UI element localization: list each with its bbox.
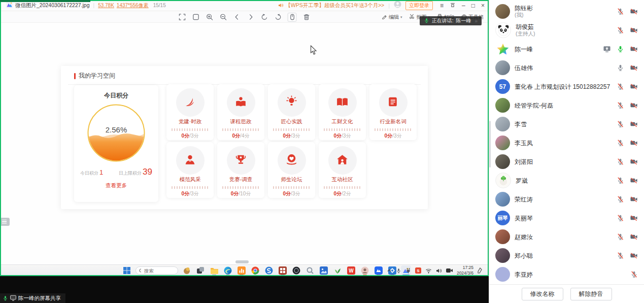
tile-person[interactable]: 模范风采 0分/3分 bbox=[166, 142, 214, 198]
taskbar-clock[interactable]: 17:25 2024/3/6 bbox=[457, 265, 473, 276]
participant-row[interactable]: 刘湛阳 bbox=[489, 152, 644, 171]
mic-muted-icon[interactable] bbox=[617, 139, 624, 147]
participant-row[interactable]: 57 董化春 上市规划设计 15012882257 bbox=[489, 77, 644, 96]
mic-muted-icon[interactable] bbox=[617, 102, 624, 109]
edit-button[interactable]: 编辑▾ bbox=[382, 14, 402, 21]
tile-trophy[interactable]: 竞赛-调查 0分/10分 bbox=[217, 142, 264, 198]
tile-heart[interactable]: 师生论坛 0分/3分 bbox=[268, 142, 315, 198]
screen-share-icon[interactable] bbox=[603, 45, 611, 53]
tile-doc[interactable]: 行业新名词 0分/3分 bbox=[369, 84, 417, 140]
account-avatar[interactable] bbox=[394, 1, 401, 10]
fit-window-icon[interactable] bbox=[192, 13, 200, 21]
mic-muted-icon[interactable] bbox=[617, 158, 624, 165]
participant-row[interactable]: 陈一峰 bbox=[489, 40, 644, 58]
tray-mic-icon[interactable] bbox=[396, 268, 401, 274]
explorer-icon[interactable] bbox=[209, 265, 219, 276]
cam-off-icon[interactable] bbox=[630, 139, 638, 147]
fullscreen-icon[interactable] bbox=[178, 13, 186, 21]
original-size-icon[interactable] bbox=[288, 13, 297, 22]
cam-off-icon[interactable] bbox=[630, 45, 638, 53]
search-input[interactable] bbox=[143, 267, 175, 274]
start-icon[interactable] bbox=[122, 265, 132, 276]
mic-on-icon[interactable] bbox=[617, 45, 624, 53]
unmute-button[interactable]: 解除静音 bbox=[570, 288, 612, 300]
mic-muted-icon[interactable] bbox=[617, 120, 624, 128]
taskview-icon[interactable] bbox=[195, 265, 206, 276]
cam-off-icon[interactable] bbox=[630, 195, 638, 203]
cam-off-icon[interactable] bbox=[630, 177, 638, 184]
mic-muted-icon[interactable] bbox=[630, 271, 638, 278]
view-more-link[interactable]: 查看更多 bbox=[74, 182, 158, 189]
zoom-out-icon[interactable] bbox=[219, 13, 227, 21]
participant-row[interactable]: 郑小聪 bbox=[489, 246, 644, 265]
participant-row[interactable]: 荣红涛 bbox=[489, 190, 644, 209]
cam-off-icon[interactable] bbox=[630, 252, 638, 259]
tray-sogou-icon[interactable]: S bbox=[415, 267, 421, 274]
participant-row[interactable]: 伍雄伟 bbox=[489, 58, 644, 77]
mic-muted-icon[interactable] bbox=[617, 177, 624, 184]
wps-icon[interactable]: W bbox=[346, 265, 356, 276]
prev-image-icon[interactable] bbox=[233, 13, 241, 21]
file-size-link[interactable]: 53.78K bbox=[98, 3, 114, 8]
cam-off-icon[interactable] bbox=[630, 26, 638, 34]
maximize-button[interactable]: □ bbox=[471, 3, 475, 9]
mic-muted-icon[interactable] bbox=[617, 195, 624, 203]
tile-book[interactable]: 工财文化 0分/3分 bbox=[319, 84, 366, 140]
cam-off-icon[interactable] bbox=[630, 8, 638, 15]
tray-volume-icon[interactable] bbox=[436, 268, 442, 274]
cam-off-icon[interactable] bbox=[630, 83, 638, 90]
viewer-tab[interactable]: 微信图片_20240306172227.jpg | 53.78K 1437*55… bbox=[0, 0, 166, 11]
rename-button[interactable]: 修改名称 bbox=[522, 288, 563, 300]
participant-row[interactable]: 李玉凤 bbox=[489, 133, 644, 152]
mic-muted-icon[interactable] bbox=[617, 252, 624, 259]
menu-icon[interactable]: ≡ bbox=[440, 3, 444, 9]
next-image-icon[interactable] bbox=[247, 13, 255, 21]
pen-icon[interactable] bbox=[478, 267, 483, 274]
edge-icon[interactable] bbox=[223, 265, 233, 276]
taskbar-search[interactable] bbox=[135, 266, 178, 275]
login-button[interactable]: 立即登录 bbox=[405, 1, 433, 10]
participant-row[interactable]: 罗崴 bbox=[489, 171, 644, 190]
tray-wifi-icon[interactable] bbox=[425, 268, 432, 274]
pin-icon[interactable] bbox=[450, 2, 456, 9]
zoom-in-icon[interactable] bbox=[206, 13, 214, 21]
chart-icon[interactable] bbox=[236, 265, 247, 276]
mic-muted-icon[interactable] bbox=[617, 83, 624, 90]
rotate-right-icon[interactable] bbox=[274, 13, 282, 21]
participant-row[interactable]: 经管学院-何磊 bbox=[489, 96, 644, 115]
collapse-chevrons-icon[interactable]: » bbox=[474, 18, 478, 24]
screen-share-badge[interactable]: 陈一峰的屏幕共享 bbox=[0, 293, 65, 303]
meeting-icon[interactable] bbox=[360, 265, 370, 276]
cam-off-icon[interactable] bbox=[630, 233, 638, 241]
file-dimensions-link[interactable]: 1437*556像素 bbox=[117, 2, 149, 9]
mic-muted-icon[interactable] bbox=[617, 26, 624, 34]
participant-row[interactable]: 陈钰彬 (我) bbox=[489, 2, 644, 21]
cam-off-icon[interactable] bbox=[630, 214, 638, 222]
close-button[interactable]: × bbox=[481, 3, 485, 9]
mic-muted-icon[interactable] bbox=[617, 233, 624, 241]
store-icon[interactable] bbox=[278, 265, 288, 276]
panel-scrollbar[interactable] bbox=[489, 121, 491, 167]
record-icon[interactable] bbox=[291, 265, 301, 276]
cam-off-icon[interactable] bbox=[630, 158, 638, 165]
tray-camera-icon[interactable] bbox=[446, 268, 453, 273]
sogou-icon[interactable] bbox=[264, 265, 274, 276]
cam-off-icon[interactable] bbox=[630, 102, 638, 109]
tile-wing[interactable]: 党建·时政 0分/3分 bbox=[166, 84, 214, 140]
mic-muted-icon[interactable] bbox=[617, 8, 624, 15]
participant-row[interactable]: 赵嫦汝 bbox=[489, 227, 644, 246]
rotate-left-icon[interactable] bbox=[260, 13, 268, 21]
tray-plug-icon[interactable] bbox=[405, 267, 411, 274]
widgets-icon[interactable] bbox=[182, 265, 192, 276]
mic-idle-icon[interactable] bbox=[617, 64, 624, 72]
participant-row[interactable]: 胡俊茹 (主持人) bbox=[489, 21, 644, 40]
plant-icon[interactable] bbox=[332, 265, 343, 276]
magnifier-icon[interactable] bbox=[305, 265, 315, 276]
participant-row[interactable]: 李雪 bbox=[489, 115, 644, 133]
tile-reader[interactable]: 课程思政 0分/4分 bbox=[217, 84, 264, 140]
cam-off-icon[interactable] bbox=[630, 120, 638, 128]
tray-chevron-icon[interactable] bbox=[387, 268, 392, 273]
participant-row[interactable]: 丽琴 吴丽琴 bbox=[489, 209, 644, 227]
tile-bulb[interactable]: 匠心实践 0分/3分 bbox=[268, 84, 315, 140]
side-drawer-handle[interactable] bbox=[0, 218, 10, 226]
